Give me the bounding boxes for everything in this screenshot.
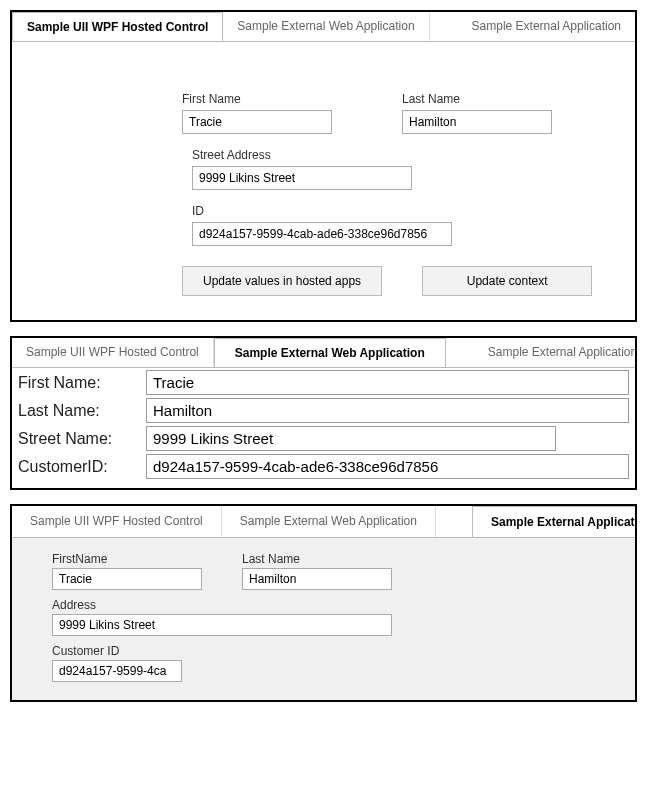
tab-web[interactable]: Sample External Web Application <box>214 338 446 368</box>
tabs-panel2: Sample UII WPF Hosted Control Sample Ext… <box>12 338 635 368</box>
customer-id-input[interactable] <box>52 660 182 682</box>
panel-wpf-hosted: Sample UII WPF Hosted Control Sample Ext… <box>10 10 637 322</box>
tab-web[interactable]: Sample External Web Application <box>223 12 429 41</box>
tab-ext[interactable]: Sample External Application <box>458 12 635 41</box>
first-name-label: FirstName <box>52 552 202 566</box>
address-input[interactable] <box>52 614 392 636</box>
address-label: Address <box>52 598 595 612</box>
last-name-input[interactable] <box>402 110 552 134</box>
first-name-label: First Name <box>182 92 332 106</box>
tab-ext[interactable]: Sample External Application <box>474 338 635 367</box>
tab-spacer <box>446 338 474 367</box>
last-name-label: Last Name <box>402 92 552 106</box>
first-name-label: First Name: <box>18 374 138 392</box>
tab-web[interactable]: Sample External Web Application <box>222 506 436 537</box>
tabs-panel3: Sample UII WPF Hosted Control Sample Ext… <box>12 506 635 538</box>
id-input[interactable] <box>192 222 452 246</box>
id-label: ID <box>192 204 615 218</box>
update-context-button[interactable]: Update context <box>422 266 592 296</box>
update-hosted-button[interactable]: Update values in hosted apps <box>182 266 382 296</box>
last-name-input[interactable] <box>242 568 392 590</box>
last-name-label: Last Name: <box>18 402 138 420</box>
tab-wpf[interactable]: Sample UII WPF Hosted Control <box>12 12 223 42</box>
panel-external-app: Sample UII WPF Hosted Control Sample Ext… <box>10 504 637 702</box>
first-name-input[interactable] <box>146 370 629 395</box>
first-name-input[interactable] <box>182 110 332 134</box>
street-input[interactable] <box>192 166 412 190</box>
tab-wpf[interactable]: Sample UII WPF Hosted Control <box>12 338 214 367</box>
tabs-panel1: Sample UII WPF Hosted Control Sample Ext… <box>12 12 635 42</box>
customer-id-label: Customer ID <box>52 644 595 658</box>
last-name-label: Last Name <box>242 552 392 566</box>
street-name-label: Street Name: <box>18 430 138 448</box>
street-label: Street Address <box>192 148 615 162</box>
panel1-body: First Name Last Name Street Address ID U… <box>12 42 635 320</box>
panel-web-app: Sample UII WPF Hosted Control Sample Ext… <box>10 336 637 490</box>
customer-id-input[interactable] <box>146 454 629 479</box>
tab-wpf[interactable]: Sample UII WPF Hosted Control <box>12 506 222 537</box>
street-name-input[interactable] <box>146 426 556 451</box>
tab-spacer <box>430 12 458 41</box>
panel2-body: First Name: Last Name: Street Name: Cust… <box>12 368 635 488</box>
last-name-input[interactable] <box>146 398 629 423</box>
tab-spacer <box>436 506 472 537</box>
customer-id-label: CustomerID: <box>18 458 138 476</box>
panel3-body: FirstName Last Name Address Customer ID <box>12 538 635 700</box>
tab-ext[interactable]: Sample External Application <box>472 506 635 538</box>
first-name-input[interactable] <box>52 568 202 590</box>
